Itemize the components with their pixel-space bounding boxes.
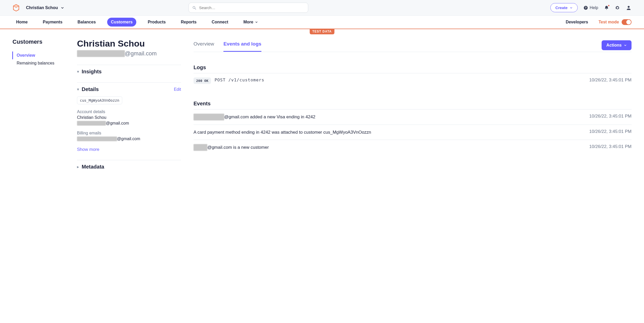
sidebar-heading: Customers: [12, 38, 65, 45]
chevron-down-icon: [255, 21, 258, 24]
logs-heading: Logs: [194, 64, 632, 70]
section-title: Details: [82, 86, 99, 92]
nav-payments[interactable]: Payments: [39, 18, 66, 27]
triangle-down-icon: ▾: [77, 69, 79, 74]
stripe-logo: [12, 4, 20, 11]
event-text: ███ ██ ████ @gmail.com added a new Visa …: [194, 114, 315, 120]
sidebar-item-overview[interactable]: Overview: [12, 51, 65, 59]
timestamp: 10/26/22, 3:45:01 PM: [589, 129, 632, 134]
event-row[interactable]: ███ ██ ████ @gmail.com added a new Visa …: [194, 109, 632, 125]
account-details-label: Account details: [77, 109, 181, 114]
customer-email: ██████ ██ ███@gmail.com: [77, 50, 181, 57]
settings-button[interactable]: [615, 5, 620, 10]
timestamp: 10/26/22, 3:45:01 PM: [589, 114, 632, 119]
svg-line-1: [195, 8, 196, 9]
redacted-text: ████ ██ ███: [77, 121, 106, 126]
events-heading: Events: [194, 101, 632, 107]
edit-link[interactable]: Edit: [174, 87, 181, 92]
chevron-down-icon: [570, 6, 573, 9]
sidebar-item-remaining-balances[interactable]: Remaining balances: [12, 59, 65, 67]
nav-developers[interactable]: Developers: [562, 18, 592, 27]
chevron-down-icon: [624, 44, 627, 47]
triangle-right-icon: ▸: [77, 164, 79, 169]
actions-label: Actions: [606, 43, 622, 48]
svg-text:?: ?: [585, 6, 587, 9]
tab-events-and-logs[interactable]: Events and logs: [223, 38, 261, 52]
nav-customers[interactable]: Customers: [107, 18, 136, 27]
test-mode-label: Test mode: [598, 20, 619, 24]
test-data-badge: TEST DATA: [310, 29, 334, 34]
log-method: POST: [215, 77, 226, 82]
events-group: Events ███ ██ ████ @gmail.com added a ne…: [194, 101, 632, 155]
event-text: A card payment method ending in 4242 was…: [194, 129, 371, 136]
nav-more[interactable]: More: [240, 18, 262, 27]
section-title: Metadata: [82, 164, 104, 170]
log-path: /v1/customers: [228, 77, 264, 82]
event-row[interactable]: ██ ██ @gmail.com is a new customer 10/26…: [194, 140, 632, 155]
section-title: Insights: [82, 69, 102, 75]
show-more-link[interactable]: Show more: [77, 147, 181, 152]
search-container: [189, 3, 308, 13]
test-mode-toggle[interactable]: Test mode: [598, 19, 632, 25]
log-row[interactable]: 200 OK POST /v1/customers 10/26/22, 3:45…: [194, 73, 632, 88]
notifications-button[interactable]: [604, 5, 609, 10]
top-bar: Christian Schou Create ? Help: [0, 0, 644, 16]
top-right: Create ? Help: [550, 3, 632, 12]
nav-home[interactable]: Home: [12, 18, 31, 27]
redacted-text: ██████ ██ ███: [77, 50, 125, 57]
billing-email-value: ███ ██ ██ ███ ██@gmail.com: [77, 137, 181, 141]
logs-group: Logs 200 OK POST /v1/customers 10/26/22,…: [194, 64, 632, 88]
account-name: Christian Schou: [26, 5, 58, 10]
tab-overview[interactable]: Overview: [194, 38, 214, 52]
customer-id-chip[interactable]: cus_MgWyoA3VnOozzn: [77, 96, 122, 104]
status-badge: 200 OK: [194, 77, 211, 84]
search-icon: [192, 6, 196, 10]
toggle-on-icon: [622, 19, 632, 25]
notification-dot-icon: [608, 4, 610, 7]
event-message: A card payment method ending in 4242 was…: [194, 130, 371, 135]
help-link[interactable]: ? Help: [583, 5, 598, 10]
event-text: ██ ██ @gmail.com is a new customer: [194, 144, 269, 151]
timestamp: 10/26/22, 3:45:01 PM: [589, 144, 632, 149]
account-email-value: ████ ██ ███ @gmail.com: [77, 121, 181, 126]
svg-point-4: [628, 6, 629, 8]
help-label: Help: [590, 5, 598, 10]
profile-button[interactable]: [626, 5, 632, 11]
account-name-value: Christian Schou: [77, 115, 181, 120]
triangle-down-icon: ▾: [77, 87, 79, 92]
billing-emails-label: Billing emails: [77, 131, 181, 135]
chevron-down-icon: [61, 6, 64, 10]
nav-more-label: More: [243, 20, 253, 24]
event-message: @gmail.com added a new Visa ending in 42…: [224, 114, 315, 119]
create-label: Create: [555, 5, 568, 10]
section-metadata-header[interactable]: ▸ Metadata: [77, 164, 181, 170]
section-insights-header[interactable]: ▾ Insights: [77, 69, 181, 75]
sidebar: Customers Overview Remaining balances: [12, 38, 65, 170]
nav-reports[interactable]: Reports: [177, 18, 200, 27]
nav-balances[interactable]: Balances: [74, 18, 99, 27]
actions-button[interactable]: Actions: [602, 40, 632, 50]
redacted-text: ██ ██: [194, 144, 207, 151]
timestamp: 10/26/22, 3:45:01 PM: [589, 77, 632, 83]
email-suffix: @gmail.com: [125, 50, 157, 57]
customer-info-column: Christian Schou ██████ ██ ███@gmail.com …: [77, 38, 181, 170]
nav-products[interactable]: Products: [144, 18, 169, 27]
create-button[interactable]: Create: [550, 3, 578, 12]
events-logs-column: Overview Events and logs Actions Logs 20…: [194, 38, 632, 170]
nav-connect[interactable]: Connect: [208, 18, 232, 27]
section-details-header[interactable]: ▾ Details Edit: [77, 86, 181, 92]
search-input[interactable]: [189, 3, 308, 13]
help-icon: ?: [583, 5, 588, 10]
main-nav: Home Payments Balances Customers Product…: [0, 16, 644, 29]
event-row[interactable]: A card payment method ending in 4242 was…: [194, 125, 632, 140]
account-switcher[interactable]: Christian Schou: [26, 5, 64, 10]
svg-point-0: [193, 6, 195, 8]
customer-name: Christian Schou: [77, 38, 181, 49]
email-suffix: @gmail.com: [117, 137, 140, 141]
redacted-text: ███ ██ ████: [194, 114, 224, 120]
email-suffix: @gmail.com: [106, 121, 129, 125]
log-request: POST /v1/customers: [215, 77, 264, 82]
redacted-text: ███ ██ ██ ███ ██: [77, 137, 117, 141]
tabs-row: Overview Events and logs Actions: [194, 38, 632, 52]
event-message: @gmail.com is a new customer: [207, 145, 269, 150]
